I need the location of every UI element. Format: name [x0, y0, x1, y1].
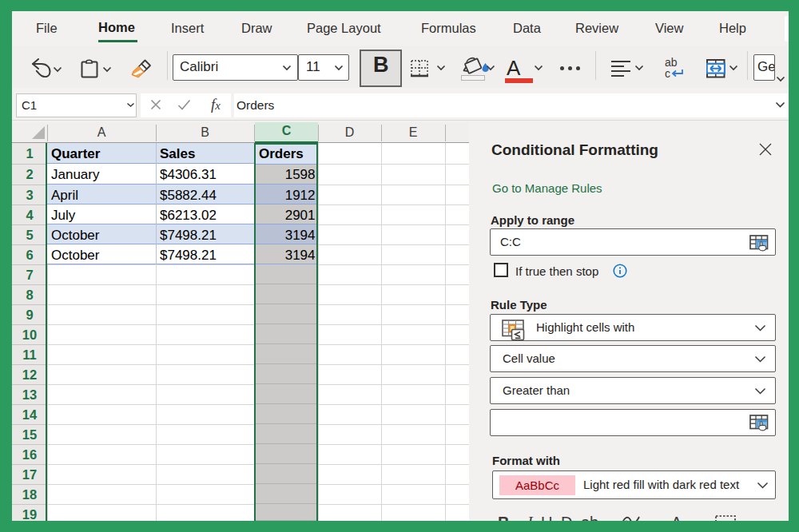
svg-text:c: c [665, 67, 670, 79]
